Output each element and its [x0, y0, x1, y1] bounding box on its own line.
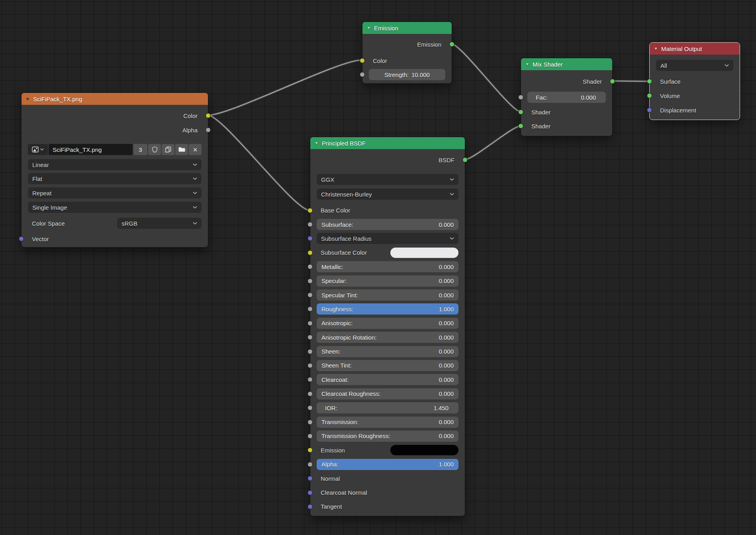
distribution-dropdown[interactable]: GGX: [317, 174, 458, 185]
emission-node-header[interactable]: ▼ Emission: [362, 22, 452, 34]
subsurface-radius-input-socket[interactable]: [307, 236, 313, 241]
emission-color-input-socket[interactable]: [360, 58, 365, 63]
alpha-output-socket[interactable]: [206, 128, 211, 133]
emission-output-socket[interactable]: [449, 42, 454, 47]
image-name-field[interactable]: SciFiPack_TX.png: [49, 144, 133, 155]
principled-node-header[interactable]: ▼ Principled BSDF: [310, 137, 465, 149]
specular-tint-slider[interactable]: Specular Tint: 0.000: [317, 289, 458, 301]
shader-input-2-label: Shader: [527, 123, 554, 130]
emission-color-swatch[interactable]: [390, 445, 458, 455]
anisotropic-rotation-input-socket[interactable]: [307, 335, 313, 340]
row-volume-input: Volume: [656, 90, 733, 101]
anisotropic-input-socket[interactable]: [307, 321, 313, 326]
emission-input-socket[interactable]: [307, 448, 313, 453]
transmission-roughness-slider[interactable]: Transmission Roughness: 0.000: [317, 431, 458, 442]
collapse-triangle-icon[interactable]: ▼: [654, 47, 658, 51]
transmission-slider[interactable]: Transmission: 0.000: [317, 417, 458, 428]
target-dropdown[interactable]: All: [656, 60, 733, 71]
shader-input-1-socket[interactable]: [518, 110, 523, 115]
source-dropdown[interactable]: Single Image: [28, 202, 202, 213]
chevron-down-icon: [193, 177, 197, 180]
subsurface-radius-dropdown[interactable]: Subsurface Radius: [317, 233, 458, 244]
color-space-dropdown[interactable]: sRGB: [117, 218, 202, 229]
extension-dropdown[interactable]: Repeat: [28, 187, 202, 199]
subsurface-input-socket[interactable]: [307, 222, 313, 227]
collapse-triangle-icon[interactable]: ▼: [525, 63, 529, 66]
transmission-input-socket[interactable]: [307, 419, 313, 425]
material-output-node-header[interactable]: ▼ Material Output: [650, 43, 740, 55]
transmission-roughness-input-socket[interactable]: [307, 433, 313, 439]
image-browse-button[interactable]: [28, 144, 48, 155]
subsurface-color-swatch[interactable]: [390, 248, 458, 258]
new-image-button[interactable]: [162, 144, 174, 155]
collapse-triangle-icon[interactable]: ▼: [366, 26, 371, 30]
fake-user-button[interactable]: [148, 144, 161, 155]
collapse-triangle-icon[interactable]: ▼: [25, 97, 30, 101]
subsurface-color-input-socket[interactable]: [307, 250, 313, 255]
base-color-input-socket[interactable]: [307, 208, 313, 213]
sheen-slider[interactable]: Sheen: 0.000: [317, 346, 458, 357]
displacement-input-socket[interactable]: [647, 108, 652, 113]
strength-field[interactable]: Strength: 10.000: [369, 69, 445, 80]
row-normal: Normal: [317, 471, 458, 485]
image-texture-node-header[interactable]: ▼ SciFiPack_TX.png: [22, 93, 208, 105]
shader-output-socket[interactable]: [610, 79, 615, 84]
shader-input-2-socket[interactable]: [518, 124, 523, 129]
collapse-triangle-icon[interactable]: ▼: [314, 142, 319, 145]
clearcoat-roughness-input-socket[interactable]: [307, 391, 313, 396]
tangent-input-socket[interactable]: [307, 504, 313, 509]
row-shader-input-1: Shader: [527, 106, 606, 118]
anisotropic-slider[interactable]: Anisotropic: 0.000: [317, 318, 458, 329]
specular-input-socket[interactable]: [307, 278, 313, 283]
principled-bsdf-node: ▼ Principled BSDF BSDF GGX Christensen-B…: [310, 137, 465, 516]
mix-shader-node-header[interactable]: ▼ Mix Shader: [521, 58, 612, 70]
normal-input-socket[interactable]: [307, 476, 313, 481]
unlink-image-button[interactable]: ✕: [189, 144, 202, 155]
fac-field[interactable]: Fac: 0.000: [527, 92, 606, 103]
image-datablock-row: SciFiPack_TX.png 3 ✕: [28, 144, 202, 155]
sheen-input-socket[interactable]: [307, 349, 313, 354]
volume-input-socket[interactable]: [647, 93, 652, 98]
metallic-input-socket[interactable]: [307, 264, 313, 269]
clearcoat-roughness-slider[interactable]: Clearcoat Roughness: 0.000: [317, 388, 458, 399]
wire-color-to-basecolor: [208, 115, 309, 210]
metallic-slider[interactable]: Metallic: 0.000: [317, 261, 458, 272]
open-image-button[interactable]: [175, 144, 188, 155]
fac-input-socket[interactable]: [518, 95, 523, 100]
color-space-label: Color Space: [28, 220, 117, 227]
roughness-slider[interactable]: Roughness: 1.000: [317, 303, 458, 315]
row-transmission: Transmission: 0.000: [317, 415, 458, 429]
alpha-slider[interactable]: Alpha: 1.000: [317, 459, 458, 470]
row-emission-color: Emission: [317, 443, 458, 457]
projection-dropdown[interactable]: Flat: [28, 173, 202, 184]
row-clearcoat: Clearcoat: 0.000: [317, 373, 458, 387]
slider-label: Specular Tint:: [321, 292, 358, 299]
color-output-socket[interactable]: [206, 113, 211, 118]
surface-input-socket[interactable]: [647, 79, 652, 84]
anisotropic-rotation-slider[interactable]: Anisotropic Rotation: 0.000: [317, 332, 458, 343]
slider-value: 0.000: [439, 362, 454, 369]
bsdf-output-label: BSDF: [435, 157, 458, 163]
vector-input-socket[interactable]: [19, 236, 24, 242]
roughness-input-socket[interactable]: [307, 307, 313, 312]
interpolation-dropdown[interactable]: Linear: [28, 159, 202, 170]
strength-input-socket[interactable]: [360, 72, 365, 77]
users-count-button[interactable]: 3: [133, 144, 147, 155]
clearcoat-normal-input-socket[interactable]: [307, 490, 313, 495]
subsurface-method-dropdown[interactable]: Christensen-Burley: [317, 189, 458, 200]
fac-value: 0.000: [581, 94, 596, 101]
material-output-node: ▼ Material Output All Surface Volume Dis…: [649, 42, 740, 120]
extension-value: Repeat: [32, 190, 51, 197]
clearcoat-slider[interactable]: Clearcoat: 0.000: [317, 374, 458, 385]
chevron-down-icon: [450, 178, 454, 181]
sheen-tint-slider[interactable]: Sheen Tint: 0.000: [317, 360, 458, 371]
sheen-tint-input-socket[interactable]: [307, 363, 313, 368]
specular-slider[interactable]: Specular: 0.000: [317, 275, 458, 287]
bsdf-output-socket[interactable]: [462, 157, 468, 163]
subsurface-slider[interactable]: Subsurface: 0.000: [317, 219, 458, 230]
ior-input-socket[interactable]: [307, 405, 313, 411]
specular-tint-input-socket[interactable]: [307, 293, 313, 298]
clearcoat-input-socket[interactable]: [307, 377, 313, 382]
alpha-input-socket[interactable]: [307, 462, 313, 467]
ior-field[interactable]: IOR: 1.450: [317, 402, 458, 413]
